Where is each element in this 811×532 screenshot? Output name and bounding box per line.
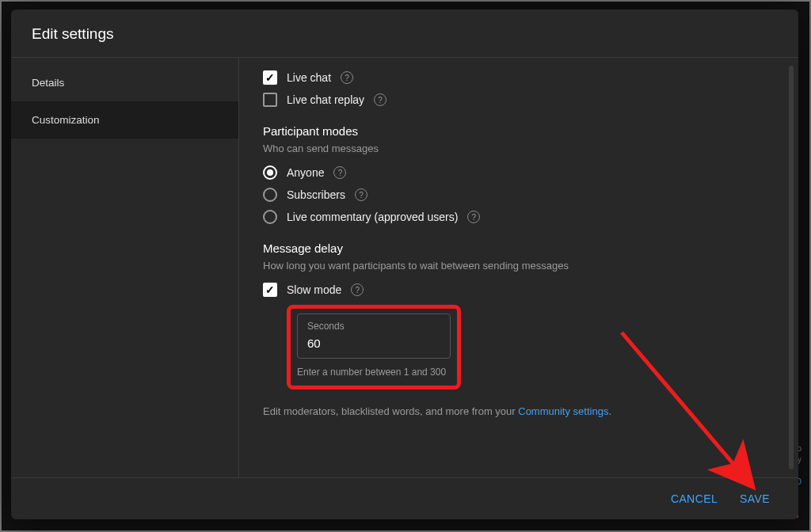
help-icon[interactable]: ?: [341, 71, 353, 84]
cancel-button[interactable]: CANCEL: [669, 488, 719, 510]
edit-settings-dialog: Edit settings Details Customization ✓ Li…: [11, 10, 798, 519]
live-chat-replay-checkbox[interactable]: [263, 93, 277, 107]
dialog-sidebar: Details Customization: [11, 58, 239, 477]
help-icon[interactable]: ?: [333, 166, 346, 179]
help-icon[interactable]: ?: [355, 188, 367, 201]
help-icon[interactable]: ?: [467, 211, 480, 223]
dialog-title: Edit settings: [11, 10, 798, 57]
seconds-input[interactable]: [307, 336, 440, 350]
tab-customization[interactable]: Customization: [11, 101, 238, 139]
radio-subscribers-label: Subscribers: [287, 188, 345, 201]
seconds-helper-text: Enter a number between 1 and 300: [297, 367, 451, 378]
live-chat-label: Live chat: [287, 71, 331, 84]
scrollbar[interactable]: [789, 66, 794, 469]
community-settings-note: Edit moderators, blacklisted words, and …: [263, 405, 775, 417]
radio-live-commentary-label: Live commentary (approved users): [287, 211, 458, 223]
help-icon[interactable]: ?: [374, 93, 386, 106]
live-chat-checkbox[interactable]: ✓: [263, 70, 277, 85]
save-button[interactable]: SAVE: [738, 488, 771, 510]
seconds-highlight-annotation: Seconds Enter a number between 1 and 300: [287, 305, 461, 390]
tab-details[interactable]: Details: [11, 64, 238, 101]
message-delay-sub: How long you want participants to wait b…: [263, 260, 775, 272]
participant-modes-sub: Who can send messages: [263, 142, 775, 154]
dialog-content: ✓ Live chat ? Live chat replay ? Partici…: [239, 58, 798, 477]
participant-modes-heading: Participant modes: [263, 124, 775, 138]
live-chat-replay-label: Live chat replay: [287, 93, 364, 106]
seconds-field-label: Seconds: [307, 321, 440, 332]
slow-mode-checkbox[interactable]: ✓: [263, 283, 277, 297]
radio-anyone[interactable]: [263, 165, 277, 180]
help-icon[interactable]: ?: [351, 283, 364, 296]
seconds-textfield[interactable]: Seconds: [297, 314, 451, 359]
slow-mode-label: Slow mode: [287, 283, 341, 296]
radio-live-commentary[interactable]: [263, 210, 277, 224]
dialog-actions: CANCEL SAVE: [11, 477, 798, 519]
message-delay-heading: Message delay: [263, 241, 775, 255]
community-settings-link[interactable]: Community settings: [518, 405, 608, 417]
radio-subscribers[interactable]: [263, 188, 277, 202]
radio-anyone-label: Anyone: [287, 166, 324, 179]
